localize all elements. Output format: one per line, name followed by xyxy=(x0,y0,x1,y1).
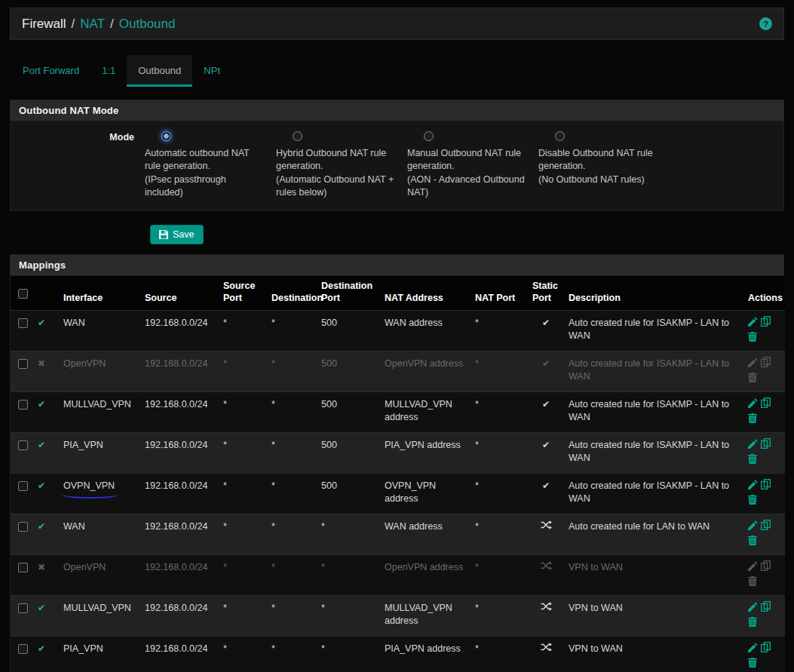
edit-rule-button[interactable] xyxy=(748,398,758,412)
mode-option[interactable]: Hybrid Outbound NAT rule generation. (Au… xyxy=(276,131,407,199)
cell-description: Auto created rule for ISAKMP - LAN to WA… xyxy=(564,311,743,351)
edit-rule-button[interactable] xyxy=(748,317,758,330)
edit-rule-button[interactable] xyxy=(748,602,758,615)
mode-option[interactable]: Disable Outbound NAT rule generation. (N… xyxy=(538,131,670,199)
cell-actions xyxy=(743,433,785,474)
copy-rule-button[interactable] xyxy=(761,316,771,330)
mode-option[interactable]: Automatic outbound NAT rule generation. … xyxy=(145,131,276,199)
delete-rule-button[interactable] xyxy=(748,413,757,427)
rule-enabled-icon[interactable]: ✔ xyxy=(38,643,45,654)
edit-rule-button[interactable] xyxy=(748,643,758,656)
trash-icon xyxy=(748,617,757,627)
row-select-checkbox[interactable] xyxy=(18,522,28,532)
trash-icon xyxy=(748,495,757,505)
delete-rule-button[interactable] xyxy=(748,373,757,386)
edit-rule-button[interactable] xyxy=(748,561,758,575)
edit-icon xyxy=(748,561,758,571)
breadcrumb-nat-link[interactable]: NAT xyxy=(80,17,105,32)
row-select-checkbox[interactable] xyxy=(18,563,28,572)
copy-rule-button[interactable] xyxy=(761,479,771,493)
cell-destination-port: 500 xyxy=(317,311,380,351)
row-select-checkbox[interactable] xyxy=(18,644,28,654)
cell-actions xyxy=(743,514,785,555)
row-select-checkbox[interactable] xyxy=(18,318,28,328)
rule-enabled-icon[interactable]: ✔ xyxy=(38,440,45,450)
delete-rule-button[interactable] xyxy=(748,535,757,549)
cell-destination-port: * xyxy=(317,514,380,555)
check-icon: ✔ xyxy=(542,480,550,491)
rule-enabled-icon[interactable]: ✔ xyxy=(38,399,45,410)
copy-rule-button[interactable] xyxy=(761,397,771,412)
edit-rule-button[interactable] xyxy=(748,520,758,534)
delete-rule-button[interactable] xyxy=(748,617,757,631)
cell-static-port: ✔ xyxy=(528,392,564,433)
mode-option[interactable]: Manual Outbound NAT rule generation. (AO… xyxy=(407,131,538,199)
col-source-port: Source Port xyxy=(219,276,267,311)
row-select-checkbox[interactable] xyxy=(18,440,28,450)
cell-select xyxy=(11,351,33,392)
delete-rule-button[interactable] xyxy=(748,576,757,590)
trash-icon xyxy=(748,332,757,342)
rule-enabled-icon[interactable]: ✔ xyxy=(38,603,45,613)
select-all-checkbox[interactable] xyxy=(18,289,28,299)
nat-tab-bar: Port Forward 1:1 Outbound NPt xyxy=(10,55,784,87)
cell-nat-port: * xyxy=(471,555,528,596)
mode-radio[interactable] xyxy=(424,131,434,141)
rule-disabled-icon[interactable]: ✖ xyxy=(38,562,45,572)
copy-rule-button[interactable] xyxy=(761,520,771,534)
mappings-panel: Mappings Interface Source Source Port De… xyxy=(10,254,784,672)
mode-radio[interactable] xyxy=(161,131,171,141)
cell-select xyxy=(11,637,33,672)
col-interface: Interface xyxy=(59,276,140,311)
delete-rule-button[interactable] xyxy=(748,658,757,671)
breadcrumb-section: Firewall xyxy=(22,17,66,32)
breadcrumb-outbound-link[interactable]: Outbound xyxy=(119,17,176,32)
cell-destination-port: * xyxy=(317,555,380,596)
cell-destination-port: 500 xyxy=(317,392,380,433)
cell-status: ✔ xyxy=(33,474,59,514)
row-select-checkbox[interactable] xyxy=(18,603,28,613)
edit-rule-button[interactable] xyxy=(748,439,758,453)
cell-nat-address: OVPN_VPN address xyxy=(380,474,471,514)
mode-option-label: Disable Outbound NAT rule generation. (N… xyxy=(538,147,670,186)
copy-rule-button[interactable] xyxy=(761,357,771,371)
row-select-checkbox[interactable] xyxy=(18,400,28,410)
check-icon: ✔ xyxy=(542,399,550,410)
save-button[interactable]: Save xyxy=(150,225,204,244)
copy-rule-button[interactable] xyxy=(761,560,771,575)
cell-description: VPN to WAN xyxy=(564,596,743,637)
outbound-nat-mode-panel: Outbound NAT Mode Mode Automatic outboun… xyxy=(10,100,784,211)
cell-nat-port: * xyxy=(471,596,528,637)
cell-destination-port: 500 xyxy=(317,474,380,514)
cell-source: 192.168.0.0/24 xyxy=(140,555,219,596)
delete-rule-button[interactable] xyxy=(748,495,757,508)
copy-rule-button[interactable] xyxy=(761,642,771,656)
copy-rule-button[interactable] xyxy=(761,438,771,453)
tab-npt[interactable]: NPt xyxy=(192,55,231,87)
cell-source: 192.168.0.0/24 xyxy=(140,433,219,474)
rule-disabled-icon[interactable]: ✖ xyxy=(38,358,45,369)
rule-enabled-icon[interactable]: ✔ xyxy=(38,318,45,328)
delete-rule-button[interactable] xyxy=(748,332,757,345)
cell-destination: * xyxy=(267,311,317,351)
tab-1-1[interactable]: 1:1 xyxy=(90,55,127,87)
delete-rule-button[interactable] xyxy=(748,454,757,468)
mode-radio[interactable] xyxy=(555,131,565,141)
edit-rule-button[interactable] xyxy=(748,480,758,493)
cell-select xyxy=(11,555,33,596)
cell-destination: * xyxy=(267,351,317,392)
cell-status: ✔ xyxy=(33,311,59,351)
tab-outbound[interactable]: Outbound xyxy=(127,55,192,87)
cell-source-port: * xyxy=(219,351,267,392)
tab-port-forward[interactable]: Port Forward xyxy=(11,55,90,87)
edit-icon xyxy=(748,317,758,327)
copy-rule-button[interactable] xyxy=(761,601,771,615)
mode-radio[interactable] xyxy=(293,131,302,141)
rule-enabled-icon[interactable]: ✔ xyxy=(38,480,45,491)
rule-enabled-icon[interactable]: ✔ xyxy=(38,521,45,532)
cell-destination-port: * xyxy=(317,637,380,672)
row-select-checkbox[interactable] xyxy=(18,481,28,491)
row-select-checkbox[interactable] xyxy=(18,359,28,369)
help-icon[interactable]: ? xyxy=(759,17,772,30)
edit-rule-button[interactable] xyxy=(748,357,758,371)
